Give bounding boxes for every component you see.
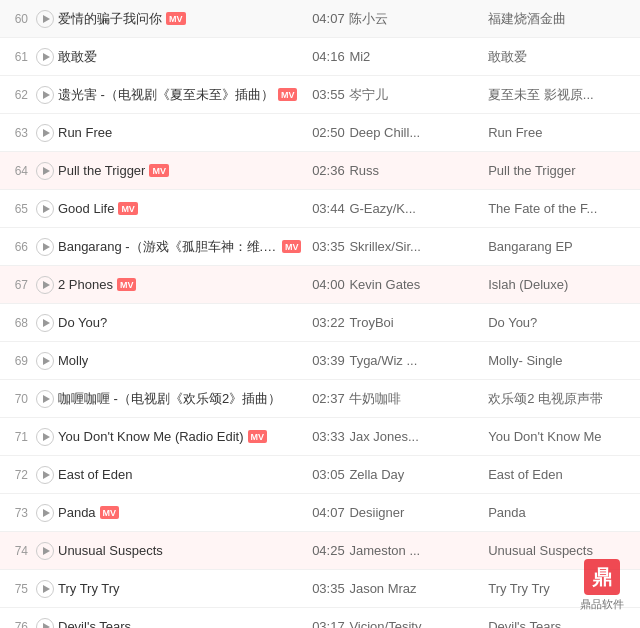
track-duration: 02:50 [307, 125, 349, 140]
track-title-text: 2 Phones [58, 277, 113, 292]
play-button[interactable] [36, 618, 54, 629]
track-title-text: 敢敢爱 [58, 48, 97, 66]
play-button-col[interactable] [32, 352, 58, 370]
play-button-col[interactable] [32, 276, 58, 294]
track-title-text: East of Eden [58, 467, 132, 482]
track-artist: 岑宁儿 [349, 86, 488, 104]
play-button[interactable] [36, 124, 54, 142]
mv-badge[interactable]: MV [282, 240, 302, 253]
track-number: 65 [4, 202, 32, 216]
track-artist: Deep Chill... [349, 125, 488, 140]
track-title: 爱情的骗子我问你 MV [58, 10, 307, 28]
track-title: 遗光害 -（电视剧《夏至未至》插曲） MV [58, 86, 307, 104]
track-title: You Don't Know Me (Radio Edit) MV [58, 429, 307, 444]
play-button[interactable] [36, 162, 54, 180]
mv-badge[interactable]: MV [248, 430, 268, 443]
track-artist: Kevin Gates [349, 277, 488, 292]
track-duration: 04:16 [307, 49, 349, 64]
play-button-col[interactable] [32, 428, 58, 446]
play-button-col[interactable] [32, 162, 58, 180]
track-artist: G-Eazy/K... [349, 201, 488, 216]
track-album: East of Eden [488, 467, 636, 482]
track-title: Good Life MV [58, 201, 307, 216]
play-button-col[interactable] [32, 504, 58, 522]
track-number: 73 [4, 506, 32, 520]
track-album: The Fate of the F... [488, 201, 636, 216]
mv-badge[interactable]: MV [166, 12, 186, 25]
track-title-text: Do You? [58, 315, 107, 330]
play-button-col[interactable] [32, 580, 58, 598]
play-button[interactable] [36, 86, 54, 104]
play-button-col[interactable] [32, 48, 58, 66]
track-title: East of Eden [58, 467, 307, 482]
logo-box: 鼎 [584, 559, 620, 595]
play-button[interactable] [36, 580, 54, 598]
track-number: 63 [4, 126, 32, 140]
track-title: Devil's Tears [58, 619, 307, 628]
track-title: Try Try Try [58, 581, 307, 596]
track-title-text: Pull the Trigger [58, 163, 145, 178]
track-album: Do You? [488, 315, 636, 330]
mv-badge[interactable]: MV [278, 88, 298, 101]
track-album: 欢乐颂2 电视原声带 [488, 390, 636, 408]
track-artist: Desiigner [349, 505, 488, 520]
track-title-text: Bangarang -（游戏《孤胆车神：维...） [58, 238, 278, 256]
play-button[interactable] [36, 504, 54, 522]
play-button[interactable] [36, 238, 54, 256]
track-title-text: Try Try Try [58, 581, 120, 596]
track-title: Run Free [58, 125, 307, 140]
track-duration: 02:37 [307, 391, 349, 406]
track-album: You Don't Know Me [488, 429, 636, 444]
play-button[interactable] [36, 276, 54, 294]
play-button-col[interactable] [32, 10, 58, 28]
track-title: Pull the Trigger MV [58, 163, 307, 178]
track-title-text: You Don't Know Me (Radio Edit) [58, 429, 244, 444]
play-button-col[interactable] [32, 124, 58, 142]
track-artist: Tyga/Wiz ... [349, 353, 488, 368]
mv-badge[interactable]: MV [149, 164, 169, 177]
track-row: 67 2 Phones MV 04:00 Kevin Gates Islah (… [0, 266, 640, 304]
mv-badge[interactable]: MV [118, 202, 138, 215]
track-album: Islah (Deluxe) [488, 277, 636, 292]
play-button-col[interactable] [32, 466, 58, 484]
track-duration: 04:00 [307, 277, 349, 292]
track-number: 76 [4, 620, 32, 629]
track-title-text: Panda [58, 505, 96, 520]
play-button-col[interactable] [32, 390, 58, 408]
mv-badge[interactable]: MV [117, 278, 137, 291]
play-button[interactable] [36, 466, 54, 484]
track-row: 66 Bangarang -（游戏《孤胆车神：维...） MV 03:35 Sk… [0, 228, 640, 266]
play-button[interactable] [36, 390, 54, 408]
play-button-col[interactable] [32, 200, 58, 218]
track-album: Devil's Tears [488, 619, 636, 628]
track-row: 70 咖喱咖喱 -（电视剧《欢乐颂2》插曲） 02:37 牛奶咖啡 欢乐颂2 电… [0, 380, 640, 418]
play-button-col[interactable] [32, 618, 58, 629]
logo-watermark: 鼎 鼎品软件 [580, 559, 624, 612]
track-row: 64 Pull the Trigger MV 02:36 Russ Pull t… [0, 152, 640, 190]
track-title-text: 咖喱咖喱 -（电视剧《欢乐颂2》插曲） [58, 390, 281, 408]
track-duration: 03:05 [307, 467, 349, 482]
track-duration: 04:07 [307, 11, 349, 26]
play-button[interactable] [36, 314, 54, 332]
track-album: 敢敢爱 [488, 48, 636, 66]
play-button[interactable] [36, 352, 54, 370]
play-button[interactable] [36, 542, 54, 560]
track-artist: Vicion/Tesity [349, 619, 488, 628]
play-button[interactable] [36, 428, 54, 446]
track-artist: TroyBoi [349, 315, 488, 330]
play-button[interactable] [36, 10, 54, 28]
play-button[interactable] [36, 200, 54, 218]
track-album: 夏至未至 影视原... [488, 86, 636, 104]
mv-badge[interactable]: MV [100, 506, 120, 519]
play-button-col[interactable] [32, 86, 58, 104]
play-button-col[interactable] [32, 238, 58, 256]
track-duration: 03:39 [307, 353, 349, 368]
track-number: 75 [4, 582, 32, 596]
track-row: 65 Good Life MV 03:44 G-Eazy/K... The Fa… [0, 190, 640, 228]
play-button-col[interactable] [32, 314, 58, 332]
track-title: Molly [58, 353, 307, 368]
play-button[interactable] [36, 48, 54, 66]
track-number: 66 [4, 240, 32, 254]
track-number: 71 [4, 430, 32, 444]
play-button-col[interactable] [32, 542, 58, 560]
